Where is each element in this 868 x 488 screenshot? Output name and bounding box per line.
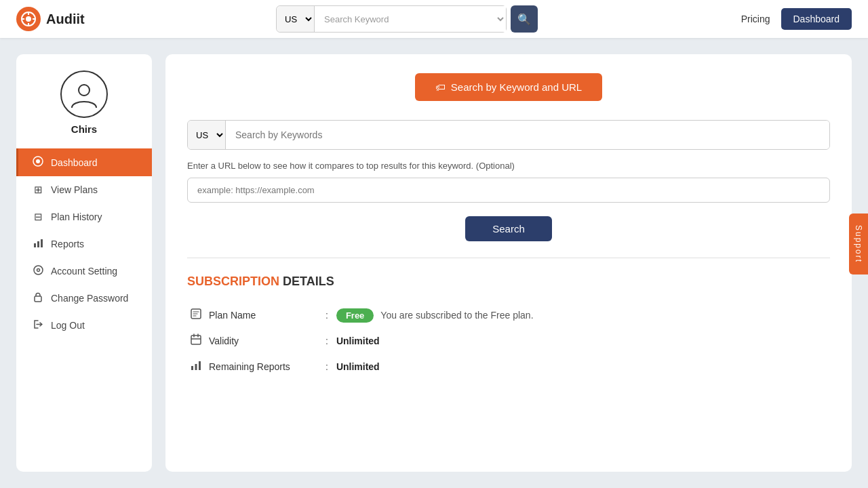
- keyword-search-row: US UK CA: [187, 120, 830, 150]
- sidebar-item-reports[interactable]: Reports: [16, 230, 152, 258]
- header-search-area: US UK CA Search Keyword 🔍: [108, 5, 705, 33]
- sidebar-label-log-out: Log Out: [51, 320, 85, 331]
- remaining-reports-row: Remaining Reports : Unlimited: [187, 354, 830, 380]
- reports-icon: [32, 238, 44, 250]
- sidebar-label-change-password: Change Password: [51, 293, 128, 304]
- svg-rect-14: [35, 296, 41, 302]
- user-name: Chirs: [71, 123, 97, 135]
- svg-rect-11: [41, 239, 43, 247]
- sidebar-label-plan-history: Plan History: [51, 211, 102, 222]
- validity-label: Validity: [209, 336, 317, 346]
- header: Audiit US UK CA Search Keyword 🔍 Pricing…: [0, 0, 868, 38]
- logo-area: Audiit: [16, 7, 98, 31]
- url-hint-text: Enter a URL below to see how it compares…: [187, 161, 830, 171]
- sidebar-item-dashboard[interactable]: Dashboard: [16, 148, 152, 176]
- sidebar-item-log-out[interactable]: Log Out: [16, 312, 152, 339]
- nav-menu: Dashboard ⊞ View Plans ⊟ Plan History R: [16, 148, 152, 339]
- avatar: [60, 70, 108, 118]
- subscription-title-highlight: SUBSCRIPTION: [187, 274, 279, 288]
- app-title: Audiit: [46, 12, 85, 27]
- change-password-icon: [32, 292, 44, 304]
- header-country-select[interactable]: US UK CA: [277, 6, 315, 32]
- right-panel: 🏷 Search by Keyword and URL US UK CA Ent…: [165, 54, 852, 472]
- avatar-area: Chirs: [50, 70, 119, 148]
- log-out-icon: [32, 319, 44, 331]
- pricing-link[interactable]: Pricing: [741, 14, 770, 24]
- svg-point-8: [36, 159, 40, 163]
- remaining-reports-colon: :: [326, 361, 328, 372]
- keyword-search-input[interactable]: [226, 121, 829, 149]
- subscription-title: SUBSCRIPTION DETAILS: [187, 274, 830, 289]
- sidebar-item-account-setting[interactable]: Account Setting: [16, 258, 152, 285]
- sidebar-item-view-plans[interactable]: ⊞ View Plans: [16, 176, 152, 203]
- svg-rect-16: [191, 336, 201, 344]
- tag-icon: 🏷: [435, 81, 446, 93]
- svg-rect-19: [199, 361, 201, 370]
- free-badge: Free: [336, 308, 374, 323]
- svg-rect-9: [34, 243, 36, 247]
- support-label: Support: [854, 225, 863, 263]
- sidebar-label-view-plans: View Plans: [51, 184, 98, 195]
- support-button[interactable]: Support: [849, 214, 868, 274]
- sidebar-item-change-password[interactable]: Change Password: [16, 285, 152, 312]
- svg-point-6: [79, 85, 90, 96]
- section-divider: [187, 258, 830, 258]
- header-search-bar: US UK CA Search Keyword: [276, 5, 507, 33]
- view-plans-icon: ⊞: [32, 184, 44, 196]
- header-right: Pricing Dashboard: [716, 8, 852, 30]
- search-icon: 🔍: [517, 13, 531, 26]
- plan-name-icon: [190, 308, 203, 323]
- validity-colon: :: [326, 336, 328, 346]
- main-content: Chirs Dashboard ⊞ View Plans ⊟ Plan Hist…: [0, 38, 868, 488]
- search-button[interactable]: Search: [465, 216, 552, 241]
- search-kw-url-label: Search by Keyword and URL: [451, 81, 582, 93]
- account-setting-icon: [32, 265, 44, 277]
- plan-history-icon: ⊟: [32, 211, 44, 223]
- url-input[interactable]: [187, 178, 830, 203]
- search-kw-url-button[interactable]: 🏷 Search by Keyword and URL: [415, 73, 602, 101]
- remaining-reports-label: Remaining Reports: [209, 361, 317, 372]
- validity-row: Validity : Unlimited: [187, 328, 830, 354]
- svg-point-1: [26, 16, 31, 22]
- plan-name-colon: :: [326, 310, 328, 321]
- svg-rect-10: [37, 241, 39, 247]
- header-keyword-select[interactable]: Search Keyword: [315, 6, 506, 32]
- plan-name-label: Plan Name: [209, 310, 317, 321]
- validity-icon: [190, 333, 203, 348]
- validity-value: Unlimited: [336, 336, 380, 346]
- plan-name-desc: You are subscribed to the Free plan.: [380, 310, 533, 321]
- sidebar: Chirs Dashboard ⊞ View Plans ⊟ Plan Hist…: [16, 54, 152, 472]
- header-search-button[interactable]: 🔍: [511, 5, 538, 33]
- sidebar-label-account-setting: Account Setting: [51, 266, 117, 277]
- sidebar-label-dashboard: Dashboard: [51, 157, 98, 168]
- plan-name-row: Plan Name : Free You are subscribed to t…: [187, 302, 830, 328]
- svg-point-12: [34, 266, 43, 274]
- sidebar-label-reports: Reports: [51, 239, 84, 249]
- sidebar-item-plan-history[interactable]: ⊟ Plan History: [16, 203, 152, 230]
- dashboard-icon: [32, 156, 44, 169]
- svg-rect-17: [191, 366, 193, 370]
- subscription-title-normal: DETAILS: [283, 274, 334, 288]
- remaining-reports-value: Unlimited: [336, 361, 380, 372]
- remaining-reports-icon: [190, 359, 203, 374]
- dashboard-button[interactable]: Dashboard: [781, 8, 852, 30]
- logo-icon: [16, 7, 41, 31]
- kw-country-select[interactable]: US UK CA: [188, 121, 226, 149]
- svg-rect-18: [195, 364, 197, 370]
- svg-point-13: [37, 269, 39, 272]
